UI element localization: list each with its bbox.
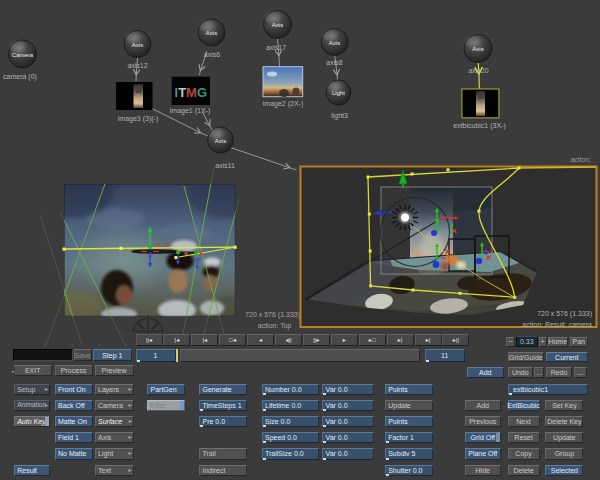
svg-text:image1 (1X-): image1 (1X-) bbox=[170, 107, 210, 115]
svg-text:axis17: axis17 bbox=[266, 44, 286, 51]
svg-text:Axis: Axis bbox=[329, 40, 340, 46]
svg-text:axis20: axis20 bbox=[468, 67, 488, 74]
svg-text:action:: action: bbox=[570, 156, 591, 163]
svg-text:720 x 576 (1.333): 720 x 576 (1.333) bbox=[245, 311, 300, 319]
svg-text:ITMG: ITMG bbox=[175, 85, 208, 100]
svg-text:Axis: Axis bbox=[272, 22, 283, 28]
svg-text:action: Top: action: Top bbox=[258, 322, 292, 330]
svg-text:Light: Light bbox=[332, 90, 345, 96]
svg-text:action: Result: camera: action: Result: camera bbox=[522, 321, 592, 328]
svg-text:axis6: axis6 bbox=[204, 51, 220, 58]
svg-text:Axis: Axis bbox=[215, 138, 226, 144]
svg-text:720 x 576 (1.333): 720 x 576 (1.333) bbox=[537, 310, 592, 318]
svg-text:Axis: Axis bbox=[206, 30, 217, 36]
svg-text:axis8: axis8 bbox=[326, 59, 342, 66]
svg-text:extbicubic1 (3X-): extbicubic1 (3X-) bbox=[453, 122, 506, 130]
svg-text:axis11: axis11 bbox=[215, 162, 235, 169]
svg-text:camera (0): camera (0) bbox=[3, 73, 37, 81]
svg-text:image2 (2X-): image2 (2X-) bbox=[263, 100, 303, 108]
svg-text:Axis: Axis bbox=[472, 46, 483, 52]
svg-text:Camera: Camera bbox=[12, 52, 34, 58]
svg-text:axis12: axis12 bbox=[127, 62, 147, 69]
svg-text:light3: light3 bbox=[331, 112, 348, 120]
svg-text:Axis: Axis bbox=[132, 42, 143, 48]
svg-text:image3 (3)(-): image3 (3)(-) bbox=[118, 115, 158, 123]
